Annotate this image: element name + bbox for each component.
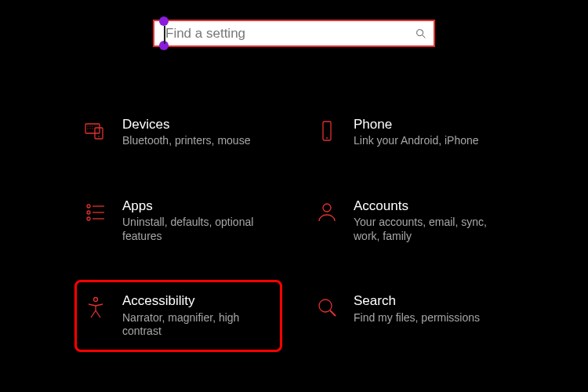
svg-point-5 (87, 125, 88, 126)
svg-point-4 (98, 136, 100, 137)
tile-phone[interactable]: Phone Link your Android, iPhone (306, 110, 514, 155)
svg-point-6 (89, 125, 90, 126)
svg-point-10 (92, 128, 93, 129)
tile-text: Phone Link your Android, iPhone (354, 117, 479, 148)
search-box[interactable] (153, 20, 435, 47)
tile-text: Apps Uninstall, defaults, optional featu… (122, 198, 271, 243)
search-input[interactable] (161, 25, 415, 42)
svg-line-22 (330, 310, 336, 316)
svg-point-15 (87, 211, 90, 214)
tile-title: Phone (354, 117, 479, 132)
tile-desc: Narrator, magnifier, high contrast (122, 311, 271, 339)
tile-apps[interactable]: Apps Uninstall, defaults, optional featu… (74, 191, 282, 250)
svg-point-20 (94, 298, 98, 302)
tile-title: Apps (122, 198, 271, 214)
settings-page: Devices Bluetooth, printers, mouse Phone… (0, 0, 588, 392)
tile-text: Accessibility Narrator, magnifier, high … (122, 293, 271, 338)
tile-accounts[interactable]: Accounts Your accounts, email, sync, wor… (306, 191, 514, 250)
tile-devices[interactable]: Devices Bluetooth, printers, mouse (74, 110, 282, 155)
search-container (153, 20, 435, 47)
tile-desc: Your accounts, email, sync, work, family (354, 216, 503, 243)
tile-desc: Uninstall, defaults, optional features (122, 216, 271, 243)
svg-point-8 (87, 128, 88, 129)
svg-point-7 (92, 125, 93, 126)
svg-point-12 (326, 137, 328, 139)
tile-title: Accounts (354, 198, 503, 214)
tile-text: Accounts Your accounts, email, sync, wor… (354, 198, 503, 243)
svg-point-17 (87, 217, 90, 220)
tile-title: Devices (122, 117, 250, 132)
tile-title: Search (354, 293, 480, 309)
svg-line-1 (423, 35, 425, 38)
settings-grid: Devices Bluetooth, printers, mouse Phone… (74, 110, 514, 346)
tile-desc: Link your Android, iPhone (354, 134, 479, 148)
magnifier-icon (313, 293, 341, 321)
svg-point-13 (87, 205, 90, 208)
cursor-handle-top-icon (159, 16, 169, 26)
svg-point-0 (417, 29, 423, 35)
tile-desc: Find my files, permissions (354, 311, 480, 325)
svg-point-9 (89, 128, 90, 129)
accounts-icon (313, 198, 341, 227)
tile-search[interactable]: Search Find my files, permissions (306, 286, 514, 345)
tile-accessibility[interactable]: Accessibility Narrator, magnifier, high … (74, 280, 282, 351)
text-caret-icon (164, 26, 165, 44)
accessibility-icon (82, 293, 110, 321)
devices-icon (82, 117, 110, 145)
search-icon (415, 27, 427, 40)
svg-point-19 (323, 204, 331, 212)
svg-point-21 (319, 299, 332, 312)
tile-title: Accessibility (122, 293, 271, 309)
phone-icon (313, 117, 341, 145)
apps-icon (82, 198, 110, 227)
tile-text: Devices Bluetooth, printers, mouse (122, 117, 250, 148)
tile-text: Search Find my files, permissions (354, 293, 480, 325)
tile-desc: Bluetooth, printers, mouse (122, 134, 250, 148)
